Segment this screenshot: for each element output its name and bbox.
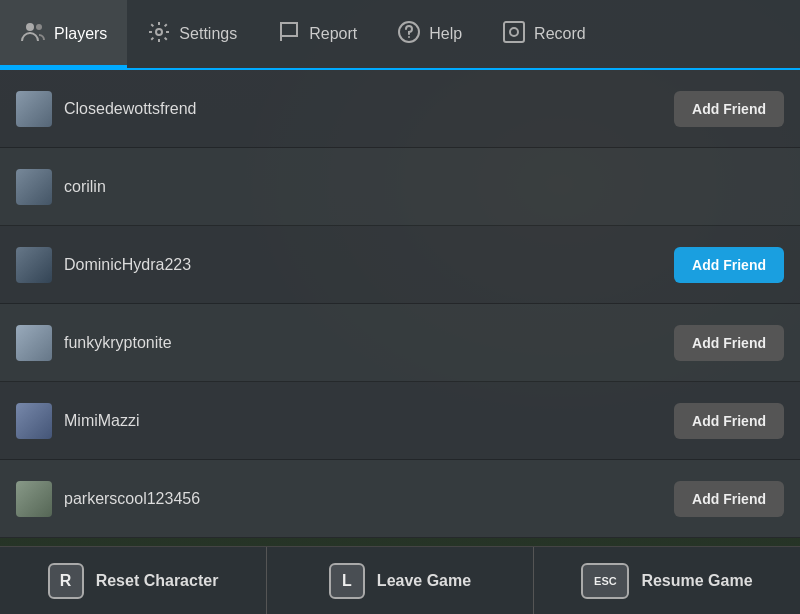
nav-report-label: Report (309, 25, 357, 43)
report-icon (277, 20, 301, 48)
player-name: DominicHydra223 (64, 256, 662, 274)
help-icon (397, 20, 421, 48)
leave-game-button[interactable]: L Leave Game (267, 547, 534, 614)
nav-help-label: Help (429, 25, 462, 43)
add-friend-button[interactable]: Add Friend (674, 481, 784, 517)
nav-players-label: Players (54, 25, 107, 43)
player-row: parkerscool123456 Add Friend (0, 460, 800, 538)
player-name: Closedewottsfrend (64, 100, 662, 118)
add-friend-button-highlighted[interactable]: Add Friend (674, 247, 784, 283)
player-name: MimiMazzi (64, 412, 662, 430)
svg-point-1 (36, 24, 42, 30)
players-icon (20, 19, 46, 49)
svg-point-2 (156, 29, 162, 35)
l-key-badge: L (329, 563, 365, 599)
nav-settings[interactable]: Settings (127, 0, 257, 68)
record-icon (502, 20, 526, 48)
resume-game-label: Resume Game (641, 572, 752, 590)
add-friend-button[interactable]: Add Friend (674, 403, 784, 439)
reset-character-label: Reset Character (96, 572, 219, 590)
nav-help[interactable]: Help (377, 0, 482, 68)
settings-icon (147, 20, 171, 48)
avatar (16, 91, 52, 127)
player-row: Closedewottsfrend Add Friend (0, 70, 800, 148)
bottom-toolbar: R Reset Character L Leave Game ESC Resum… (0, 546, 800, 614)
player-row: MimiMazzi Add Friend (0, 382, 800, 460)
player-name: corilin (64, 178, 784, 196)
svg-point-4 (408, 36, 410, 38)
add-friend-button[interactable]: Add Friend (674, 325, 784, 361)
leave-game-label: Leave Game (377, 572, 471, 590)
player-row: corilin (0, 148, 800, 226)
svg-point-6 (510, 28, 518, 36)
panel: Players Settings (0, 0, 800, 614)
avatar (16, 247, 52, 283)
nav-record-label: Record (534, 25, 586, 43)
reset-character-button[interactable]: R Reset Character (0, 547, 267, 614)
player-name: funkykryptonite (64, 334, 662, 352)
svg-point-0 (26, 23, 34, 31)
nav-report[interactable]: Report (257, 0, 377, 68)
esc-key-badge: ESC (581, 563, 629, 599)
avatar (16, 325, 52, 361)
r-key-badge: R (48, 563, 84, 599)
avatar (16, 169, 52, 205)
svg-rect-5 (504, 22, 524, 42)
player-name: parkerscool123456 (64, 490, 662, 508)
players-list: Closedewottsfrend Add Friend corilin Dom… (0, 70, 800, 546)
screen: Players Settings (0, 0, 800, 614)
player-row: DominicHydra223 Add Friend (0, 226, 800, 304)
nav-record[interactable]: Record (482, 0, 606, 68)
avatar (16, 481, 52, 517)
nav-players[interactable]: Players (0, 0, 127, 68)
avatar (16, 403, 52, 439)
resume-game-button[interactable]: ESC Resume Game (534, 547, 800, 614)
player-row: funkykryptonite Add Friend (0, 304, 800, 382)
nav-settings-label: Settings (179, 25, 237, 43)
add-friend-button[interactable]: Add Friend (674, 91, 784, 127)
navigation: Players Settings (0, 0, 800, 70)
